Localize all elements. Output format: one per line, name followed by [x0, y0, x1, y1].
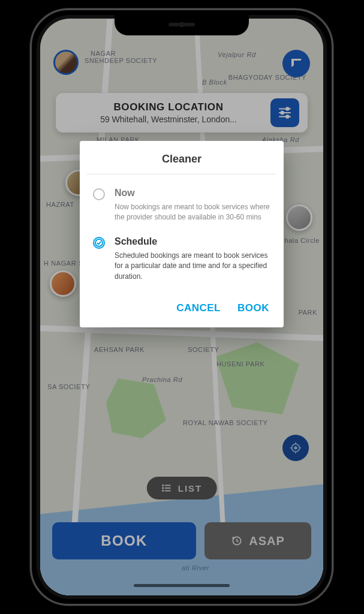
- modal-title: Cleaner: [80, 141, 284, 174]
- phone-frame: NAGAR SNEHDEEP SOCIETY B Block BHAGYODAY…: [30, 8, 333, 606]
- option-now-desc: Now bookings are meant to book services …: [115, 202, 270, 223]
- cancel-button[interactable]: CANCEL: [176, 302, 221, 314]
- modal-actions: CANCEL BOOK: [80, 282, 284, 319]
- option-schedule-desc: Scheduled bookings are meant to book ser…: [115, 251, 270, 282]
- radio-checked-icon: [93, 237, 105, 249]
- modal-book-button[interactable]: BOOK: [237, 302, 269, 314]
- booking-time-modal: Cleaner Now Now bookings are meant to bo…: [80, 141, 284, 327]
- device-notch: [115, 15, 249, 35]
- option-now-title: Now: [115, 188, 270, 198]
- screen: NAGAR SNEHDEEP SOCIETY B Block BHAGYODAY…: [40, 19, 323, 595]
- option-schedule-title: Schedule: [115, 236, 270, 247]
- phone-bezel: NAGAR SNEHDEEP SOCIETY B Block BHAGYODAY…: [37, 15, 327, 599]
- radio-unchecked-icon: [93, 188, 105, 200]
- option-schedule[interactable]: Schedule Scheduled bookings are meant to…: [80, 223, 284, 282]
- option-now[interactable]: Now Now bookings are meant to book servi…: [80, 174, 284, 223]
